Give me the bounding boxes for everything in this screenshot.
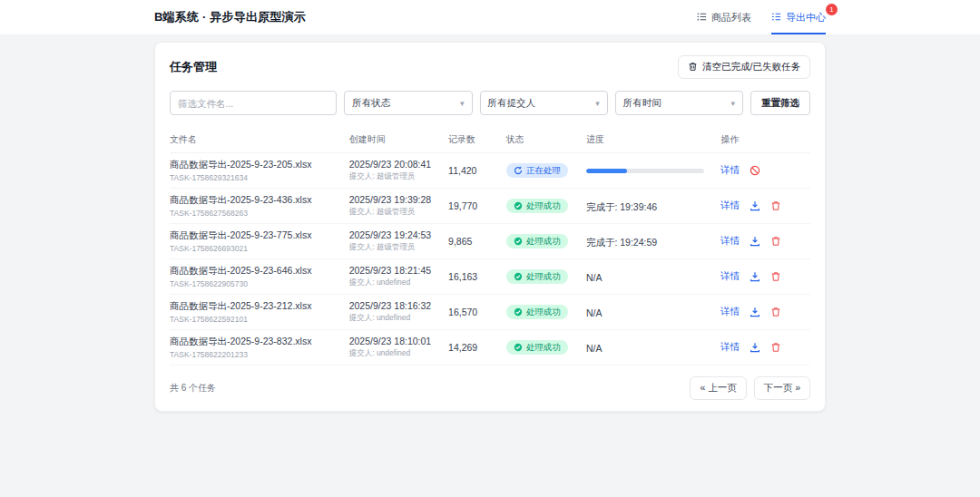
table-header-row: 文件名 创建时间 记录数 状态 进度 操作 bbox=[170, 127, 810, 153]
filename-filter-input[interactable] bbox=[170, 91, 337, 115]
progress-text: N/A bbox=[586, 343, 603, 354]
status-label: 处理成功 bbox=[526, 307, 561, 317]
status-label: 处理成功 bbox=[526, 237, 561, 246]
progress-text: N/A bbox=[586, 307, 603, 318]
task-id: TASK-1758627568263 bbox=[170, 209, 349, 218]
check-circle-icon bbox=[514, 237, 523, 246]
top-nav: 商品列表 导出中心 1 bbox=[697, 0, 826, 34]
status-badge: 处理成功 bbox=[506, 305, 568, 319]
status-select[interactable]: 所有状态 ▾ bbox=[344, 91, 472, 115]
task-table-body: 商品数据导出-2025-9-23-205.xlsx TASK-175862932… bbox=[170, 153, 810, 365]
col-header-actions: 操作 bbox=[720, 133, 810, 146]
col-header-created: 创建时间 bbox=[349, 133, 448, 146]
check-circle-icon bbox=[514, 307, 523, 317]
delete-icon[interactable] bbox=[770, 236, 781, 247]
table-footer: 共 6 个任务 « 上一页 下一页 » bbox=[170, 376, 810, 400]
record-count: 19,770 bbox=[448, 200, 506, 211]
panel-title: 任务管理 bbox=[170, 59, 217, 75]
download-icon[interactable] bbox=[750, 200, 760, 211]
file-name: 商品数据导出-2025-9-23-832.xlsx bbox=[170, 336, 349, 348]
chevron-down-icon: ▾ bbox=[460, 99, 465, 108]
topbar: B端系统 · 异步导出原型演示 商品列表 导出中心 1 bbox=[0, 0, 980, 34]
nav-label: 商品列表 bbox=[711, 11, 751, 24]
notification-badge: 1 bbox=[826, 4, 838, 15]
list-icon bbox=[697, 12, 707, 24]
delete-icon[interactable] bbox=[770, 271, 781, 282]
task-id: TASK-1758622201233 bbox=[170, 350, 349, 359]
table-row: 商品数据导出-2025-9-23-775.xlsx TASK-175862669… bbox=[170, 224, 810, 259]
status-select-value: 所有状态 bbox=[352, 97, 390, 110]
task-id: TASK-1758622592101 bbox=[170, 315, 349, 324]
reset-filters-button[interactable]: 重置筛选 bbox=[750, 91, 810, 115]
submitter: 提交人: undefined bbox=[349, 348, 448, 359]
clear-tasks-button[interactable]: 清空已完成/已失败任务 bbox=[678, 55, 810, 79]
created-time: 2025/9/23 20:08:41 bbox=[349, 159, 448, 170]
submitter: 提交人: 超级管理员 bbox=[349, 207, 448, 218]
nav-item-export-center[interactable]: 导出中心 1 bbox=[771, 0, 826, 34]
col-header-records: 记录数 bbox=[448, 133, 506, 146]
detail-link[interactable]: 详情 bbox=[720, 200, 740, 212]
status-label: 处理成功 bbox=[526, 343, 561, 352]
table-row: 商品数据导出-2025-9-23-212.xlsx TASK-175862259… bbox=[170, 295, 810, 330]
submitter-select-value: 所有提交人 bbox=[488, 97, 536, 110]
task-id: TASK-1758626693021 bbox=[170, 244, 349, 253]
detail-link[interactable]: 详情 bbox=[720, 270, 740, 283]
file-name: 商品数据导出-2025-9-23-205.xlsx bbox=[170, 159, 349, 171]
progress-text: N/A bbox=[586, 272, 603, 283]
download-icon[interactable] bbox=[750, 342, 760, 353]
status-badge: 处理成功 bbox=[506, 199, 568, 213]
delete-icon[interactable] bbox=[770, 342, 781, 353]
status-label: 处理成功 bbox=[526, 272, 561, 281]
next-page-button[interactable]: 下一页 » bbox=[754, 376, 810, 400]
download-icon[interactable] bbox=[750, 307, 760, 317]
detail-link[interactable]: 详情 bbox=[720, 306, 740, 318]
page-title: B端系统 · 异步导出原型演示 bbox=[154, 9, 306, 25]
submitter: 提交人: undefined bbox=[349, 313, 448, 324]
time-select[interactable]: 所有时间 ▾ bbox=[615, 91, 743, 115]
status-label: 正在处理 bbox=[526, 166, 561, 175]
status-badge: 处理成功 bbox=[506, 234, 568, 248]
delete-icon[interactable] bbox=[770, 307, 781, 317]
file-name: 商品数据导出-2025-9-23-436.xlsx bbox=[170, 194, 349, 207]
created-time: 2025/9/23 18:10:01 bbox=[349, 336, 448, 346]
progress-bar bbox=[586, 169, 704, 173]
check-circle-icon bbox=[514, 343, 523, 352]
download-icon[interactable] bbox=[750, 271, 760, 282]
trash-icon bbox=[688, 62, 698, 73]
file-name: 商品数据导出-2025-9-23-646.xlsx bbox=[170, 265, 349, 278]
submitter: 提交人: 超级管理员 bbox=[349, 171, 448, 182]
detail-link[interactable]: 详情 bbox=[720, 341, 740, 354]
file-name: 商品数据导出-2025-9-23-775.xlsx bbox=[170, 229, 349, 242]
created-time: 2025/9/23 18:21:45 bbox=[349, 265, 448, 276]
record-count: 9,865 bbox=[448, 236, 506, 247]
nav-item-product-list[interactable]: 商品列表 bbox=[697, 0, 751, 34]
record-count: 14,269 bbox=[448, 342, 506, 353]
progress-text: 完成于: 19:24:59 bbox=[586, 237, 657, 248]
progress-text: 完成于: 19:39:46 bbox=[586, 201, 657, 212]
table-row: 商品数据导出-2025-9-23-436.xlsx TASK-175862756… bbox=[170, 189, 810, 224]
chevron-down-icon: ▾ bbox=[730, 99, 735, 108]
submitter-select[interactable]: 所有提交人 ▾ bbox=[480, 91, 608, 115]
submitter: 提交人: 超级管理员 bbox=[349, 242, 448, 253]
detail-link[interactable]: 详情 bbox=[720, 235, 740, 248]
created-time: 2025/9/23 18:16:32 bbox=[349, 300, 448, 311]
list-check-icon bbox=[771, 12, 781, 24]
check-circle-icon bbox=[514, 272, 523, 281]
detail-link[interactable]: 详情 bbox=[720, 164, 740, 177]
filter-bar: 所有状态 ▾ 所有提交人 ▾ 所有时间 ▾ 重置筛选 bbox=[170, 91, 810, 115]
status-badge: 处理成功 bbox=[506, 340, 568, 355]
record-count: 11,420 bbox=[448, 165, 506, 176]
status-badge: 处理成功 bbox=[506, 269, 568, 284]
clear-tasks-label: 清空已完成/已失败任务 bbox=[702, 61, 800, 73]
prev-page-button[interactable]: « 上一页 bbox=[690, 376, 746, 400]
col-header-progress: 进度 bbox=[586, 133, 720, 146]
cancel-icon[interactable] bbox=[750, 165, 760, 176]
task-id: TASK-1758622905730 bbox=[170, 279, 349, 288]
submitter: 提交人: undefined bbox=[349, 278, 448, 288]
table-row: 商品数据导出-2025-9-23-646.xlsx TASK-175862290… bbox=[170, 259, 810, 295]
time-select-value: 所有时间 bbox=[623, 97, 662, 110]
download-icon[interactable] bbox=[750, 236, 760, 247]
refresh-icon bbox=[514, 166, 523, 175]
delete-icon[interactable] bbox=[770, 200, 781, 211]
created-time: 2025/9/23 19:39:28 bbox=[349, 194, 448, 205]
